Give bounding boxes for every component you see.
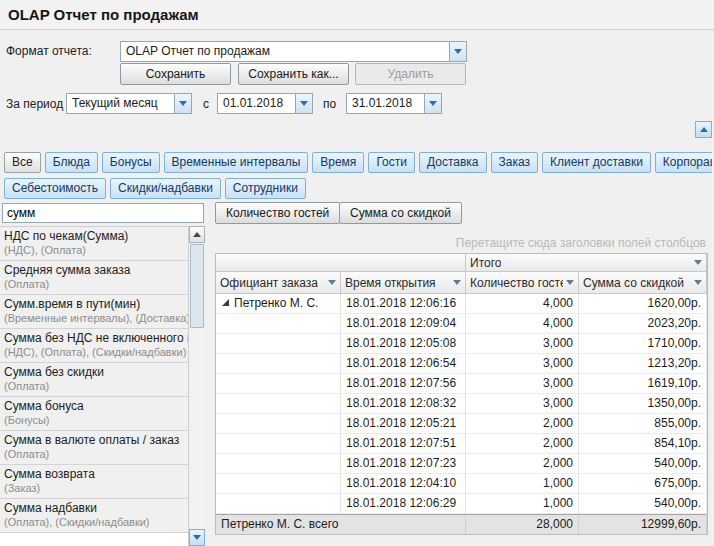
save-button[interactable]: Сохранить (120, 63, 231, 85)
panel-splitter[interactable] (205, 202, 212, 546)
list-item[interactable]: Сумма надбавки (Оплата), (Скидки/надбавк… (0, 499, 188, 533)
table-row[interactable]: 18.01.2018 12:09:04 4,000 2023,20р. (216, 314, 707, 334)
save-as-button[interactable]: Сохранить как... (238, 63, 349, 85)
date-to-picker[interactable]: 31.01.2018 (346, 93, 442, 114)
category-employees[interactable]: Сотрудники (225, 178, 306, 199)
list-item[interactable]: Сумм.время в пути(мин) (Временные интерв… (0, 295, 188, 329)
table-row[interactable]: 18.01.2018 12:06:54 3,000 1213,20р. (216, 354, 707, 374)
sum-cell: 1710,00р. (579, 334, 707, 354)
category-corporation[interactable]: Корпорация (655, 152, 712, 173)
category-delivery[interactable]: Доставка (419, 152, 487, 173)
measure-guest-count[interactable]: Количество гостей (215, 202, 340, 224)
table-row[interactable]: 18.01.2018 12:06:29 1,000 540,00р. (216, 494, 707, 514)
group-expanded-icon[interactable] (222, 299, 229, 306)
scroll-down-icon (193, 535, 201, 540)
field-group: (НДС), (Оплата), (Скидки/надбавки) (0, 345, 188, 358)
results-table: Итого Официант заказа Время открытия Кол… (215, 253, 708, 535)
delete-button[interactable]: Удалить (355, 63, 466, 85)
totals-cell[interactable]: Итого (466, 254, 707, 272)
category-dishes[interactable]: Блюда (45, 152, 98, 173)
chevron-down-icon[interactable] (424, 94, 441, 113)
scroll-down-button[interactable] (189, 529, 205, 546)
table-row[interactable]: 18.01.2018 12:04:10 1,000 675,00р. (216, 474, 707, 494)
column-dropdown-icon[interactable] (566, 280, 574, 285)
list-item[interactable]: Сумма без скидки (Оплата) (0, 363, 188, 397)
scrollbar-thumb[interactable] (190, 244, 204, 328)
field-group: (Временные интервалы), (Доставка) (0, 311, 188, 324)
open-time-cell: 18.01.2018 12:05:21 (341, 414, 466, 434)
category-all[interactable]: Все (4, 152, 41, 173)
report-format-select[interactable]: OLAP Отчет по продажам (120, 41, 467, 62)
sum-cell: 1620,00р. (579, 294, 707, 314)
date-from-label: с (203, 97, 209, 111)
list-item[interactable]: Средняя сумма заказа (Оплата) (0, 261, 188, 295)
group-cell (216, 374, 341, 394)
guest-count-cell: 3,000 (466, 394, 579, 414)
column-dropdown-icon[interactable] (328, 280, 336, 285)
table-row[interactable]: Петренко М. С. 18.01.2018 12:06:16 4,000… (216, 294, 707, 314)
category-time-intervals[interactable]: Временные интервалы (164, 152, 309, 173)
list-item[interactable]: НДС по чекам(Сумма) (НДС), (Оплата) (0, 227, 188, 261)
field-list-scrollbar[interactable] (188, 226, 205, 546)
field-name: Сумм.время в пути(мин) (0, 295, 188, 311)
table-row[interactable]: 18.01.2018 12:07:51 2,000 854,10р. (216, 434, 707, 454)
column-dropdown-icon[interactable] (694, 280, 702, 285)
field-name: Средняя сумма заказа (0, 261, 188, 277)
category-time[interactable]: Время (312, 152, 364, 173)
category-guests[interactable]: Гости (368, 152, 415, 173)
category-bonuses[interactable]: Бонусы (102, 152, 160, 173)
category-delivery-client[interactable]: Клиент доставки (542, 152, 651, 173)
list-item[interactable]: Сумма без НДС не включенного в стоимость… (0, 329, 188, 363)
category-discounts[interactable]: Скидки/надбавки (110, 178, 221, 199)
list-item[interactable]: Сумма бонуса (Бонусы) (0, 397, 188, 431)
guest-count-cell: 3,000 (466, 374, 579, 394)
chevron-down-icon[interactable] (174, 94, 191, 113)
open-time-cell: 18.01.2018 12:07:23 (341, 454, 466, 474)
column-header-sum[interactable]: Сумма со скидкой (579, 272, 707, 294)
field-group: (Оплата) (0, 277, 188, 290)
column-header-open-time[interactable]: Время открытия (341, 272, 466, 294)
report-format-value: OLAP Отчет по продажам (121, 42, 449, 61)
field-name: Сумма без НДС не включенного в стоимость (0, 329, 188, 345)
table-row[interactable]: 18.01.2018 12:08:32 3,000 1350,00р. (216, 394, 707, 414)
table-row[interactable]: 18.01.2018 12:05:08 3,000 1710,00р. (216, 334, 707, 354)
totals-dropdown-icon[interactable] (694, 260, 702, 265)
group-cell (216, 494, 341, 514)
date-from-value: 01.01.2018 (218, 94, 295, 113)
table-row[interactable]: 18.01.2018 12:07:56 3,000 1619,10р. (216, 374, 707, 394)
scroll-up-button[interactable] (189, 226, 205, 243)
chevron-down-icon[interactable] (295, 94, 312, 113)
totals-header-row: Итого (216, 254, 707, 272)
category-cost[interactable]: Себестоимость (4, 178, 106, 199)
group-cell (216, 334, 341, 354)
page-title: OLAP Отчет по продажам (8, 6, 199, 23)
column-dropdown-icon[interactable] (453, 280, 461, 285)
category-order[interactable]: Заказ (491, 152, 538, 173)
list-item[interactable]: Сумма в валюте оплаты / заказ (Оплата) (0, 431, 188, 465)
column-header-guest-count[interactable]: Количество гостей (466, 272, 579, 294)
guest-count-cell: 3,000 (466, 354, 579, 374)
group-cell: Петренко М. С. (216, 294, 341, 314)
open-time-cell: 18.01.2018 12:06:54 (341, 354, 466, 374)
column-header-waiter[interactable]: Официант заказа (216, 272, 341, 294)
date-from-picker[interactable]: 01.01.2018 (217, 93, 313, 114)
chevron-down-icon[interactable] (449, 42, 466, 61)
totals-empty-cell (216, 254, 466, 272)
group-cell (216, 354, 341, 374)
sum-cell: 855,00р. (579, 414, 707, 434)
category-row-1: Все Блюда Бонусы Временные интервалы Вре… (4, 152, 712, 174)
sum-cell: 1213,20р. (579, 354, 707, 374)
scroll-up-button[interactable] (695, 121, 712, 138)
group-cell (216, 454, 341, 474)
date-to-label: по (323, 97, 336, 111)
list-item[interactable]: Сумма возврата (Заказ) (0, 465, 188, 499)
open-time-cell: 18.01.2018 12:07:56 (341, 374, 466, 394)
measure-discounted-sum[interactable]: Сумма со скидкой (339, 202, 462, 224)
period-preset-select[interactable]: Текущий месяц (66, 93, 192, 114)
table-row[interactable]: 18.01.2018 12:07:23 2,000 540,00р. (216, 454, 707, 474)
field-search-input[interactable] (2, 203, 204, 223)
table-row[interactable]: 18.01.2018 12:05:21 2,000 855,00р. (216, 414, 707, 434)
field-name: НДС по чекам(Сумма) (0, 227, 188, 243)
group-cell (216, 474, 341, 494)
guest-count-cell: 4,000 (466, 314, 579, 334)
